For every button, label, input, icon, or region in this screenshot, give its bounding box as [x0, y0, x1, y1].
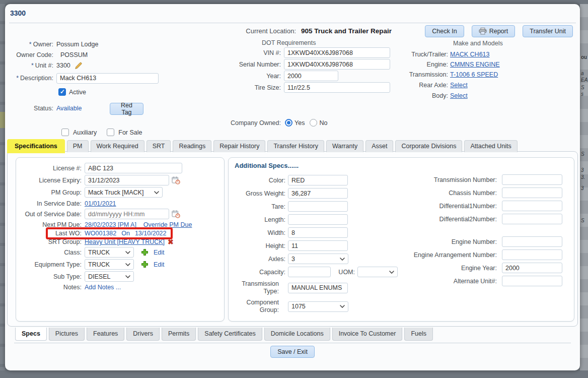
- height-input[interactable]: [288, 240, 348, 251]
- edit-equipment-link[interactable]: Edit: [154, 261, 165, 268]
- component-group-value: 1075: [291, 303, 306, 310]
- add-notes-link[interactable]: Add Notes ...: [85, 284, 121, 291]
- engine-link[interactable]: CMMNS ENGINE: [450, 61, 500, 68]
- serial-input[interactable]: [284, 59, 390, 70]
- company-owned-yes-radio[interactable]: [285, 119, 292, 127]
- tab-features[interactable]: Features: [87, 328, 124, 341]
- year-input[interactable]: [284, 71, 338, 81]
- owner-code-label: Owner Code:: [5, 51, 53, 58]
- for-sale-checkbox[interactable]: [107, 129, 114, 136]
- serial-label: Serial Number:: [171, 61, 281, 68]
- tab-work-required[interactable]: Work Required: [91, 140, 144, 152]
- edit-pencil-icon[interactable]: [75, 61, 83, 70]
- save-exit-button[interactable]: Save / Exit: [270, 346, 315, 358]
- current-location-label: Current Location:: [176, 27, 296, 35]
- last-wo-number[interactable]: WO001382: [85, 230, 116, 237]
- detail-tabs: Specs Pictures Features Drivers Permits …: [15, 328, 433, 341]
- tab-specifications[interactable]: Specifications: [7, 139, 65, 153]
- engine-year-input[interactable]: [502, 263, 562, 273]
- pm-group-select[interactable]: Mack Truck [MACK]: [85, 187, 163, 198]
- tab-fuels[interactable]: Fuels: [404, 328, 433, 341]
- tab-repair-history[interactable]: Repair History: [213, 140, 265, 152]
- differential1-input[interactable]: [502, 201, 562, 211]
- tab-permits[interactable]: Permits: [162, 328, 196, 341]
- edit-class-link[interactable]: Edit: [154, 249, 165, 256]
- add-equipment-icon[interactable]: [141, 261, 149, 268]
- engine-number-input[interactable]: [502, 236, 562, 247]
- tab-srt[interactable]: SRT: [146, 140, 171, 152]
- axles-row: Axles: 3: [229, 254, 400, 264]
- sub-type-select[interactable]: DIESEL: [85, 271, 134, 282]
- body-row: Body: Select: [393, 91, 468, 100]
- capacity-row: Capacity: UOM:: [229, 267, 400, 277]
- transmission-type-input[interactable]: [288, 283, 348, 293]
- srt-group-link[interactable]: Heavy Unit [HEAVY TRUCK]: [85, 238, 165, 245]
- tab-domicile-locations[interactable]: Domicile Locations: [264, 328, 330, 341]
- description-input[interactable]: [56, 73, 159, 84]
- differential1-row: Differential1Number:: [400, 201, 573, 211]
- tire-size-input[interactable]: [284, 82, 390, 93]
- capacity-label: Capacity:: [229, 269, 285, 276]
- axles-select[interactable]: 3: [288, 254, 348, 264]
- tire-size-label: Tire Size:: [171, 84, 281, 91]
- tab-readings[interactable]: Readings: [173, 140, 211, 152]
- srt-group-label: SRT Group:: [16, 238, 82, 245]
- check-in-button[interactable]: Check In: [425, 25, 464, 37]
- transfer-unit-button[interactable]: Transfer Unit: [523, 25, 573, 37]
- sub-type-row: Sub Type: DIESEL: [16, 271, 224, 282]
- tab-pictures[interactable]: Pictures: [49, 328, 85, 341]
- length-input[interactable]: [288, 214, 348, 225]
- rear-axle-select-link[interactable]: Select: [450, 82, 468, 89]
- width-label: Width:: [229, 229, 285, 236]
- company-owned-no-radio[interactable]: [310, 119, 317, 127]
- tab-safety-certificates[interactable]: Safety Certificates: [198, 328, 262, 341]
- license-input[interactable]: [85, 163, 182, 173]
- tab-pm[interactable]: PM: [67, 140, 89, 152]
- calendar-icon[interactable]: [172, 176, 180, 184]
- status-value-link[interactable]: Available: [56, 105, 82, 112]
- dialog-title: 3300: [10, 9, 26, 17]
- tab-invoice-to-customer[interactable]: Invoice To Customer: [332, 328, 403, 341]
- uom-select[interactable]: [357, 267, 398, 277]
- vin-input[interactable]: [284, 47, 390, 58]
- tab-asset[interactable]: Asset: [365, 140, 393, 152]
- add-class-icon[interactable]: [141, 248, 149, 256]
- tab-attached-units[interactable]: Attached Units: [464, 140, 517, 152]
- report-button[interactable]: Report: [472, 25, 516, 37]
- tab-warranty[interactable]: Warranty: [326, 140, 363, 152]
- tab-transfer-history[interactable]: Transfer History: [267, 140, 324, 152]
- body-select-link[interactable]: Select: [450, 92, 468, 99]
- tare-input[interactable]: [288, 201, 348, 212]
- truck-trailer-link[interactable]: MACK CH613: [450, 51, 490, 58]
- additional-specs-header: Additional Specs......: [235, 162, 299, 169]
- chassis-number-input[interactable]: [502, 187, 562, 198]
- transmission-link[interactable]: T-1006 6 SPEED: [450, 71, 498, 78]
- calendar-icon[interactable]: [172, 210, 180, 218]
- engine-number-label: Engine Number:: [400, 238, 497, 245]
- out-of-service-input[interactable]: [85, 209, 169, 219]
- engine-row: Engine: CMMNS ENGINE: [393, 60, 500, 69]
- tab-drivers[interactable]: Drivers: [126, 328, 160, 341]
- width-input[interactable]: [288, 227, 348, 238]
- equipment-type-select[interactable]: TRUCK: [85, 259, 134, 270]
- engine-arrangement-input[interactable]: [502, 249, 562, 260]
- tab-specs[interactable]: Specs: [15, 328, 47, 341]
- tab-corporate-divisions[interactable]: Corporate Divisions: [395, 140, 462, 152]
- class-select[interactable]: TRUCK: [85, 247, 134, 258]
- gross-weight-input[interactable]: [288, 188, 348, 199]
- red-tag-button[interactable]: Red Tag: [110, 103, 143, 115]
- component-group-select[interactable]: 1075: [288, 301, 348, 312]
- transmission-number-input[interactable]: [502, 174, 562, 185]
- auxiliary-checkbox[interactable]: [61, 129, 69, 136]
- capacity-input[interactable]: [288, 267, 331, 277]
- color-input[interactable]: [288, 175, 348, 185]
- license-expiry-input[interactable]: [85, 175, 169, 185]
- alternate-unit-input[interactable]: [502, 276, 562, 286]
- make-and-models-header: Make and Models: [453, 40, 503, 47]
- in-service-date-link[interactable]: 01/01/2021: [85, 200, 116, 207]
- active-checkbox[interactable]: [58, 88, 66, 96]
- last-wo-highlight-box: Last WO: WO001382 On 13/10/2022: [46, 227, 173, 239]
- gross-weight-label: Gross Weight:: [229, 190, 285, 197]
- component-group-row: Component Group: 1075: [229, 298, 400, 314]
- differential2-input[interactable]: [502, 214, 562, 224]
